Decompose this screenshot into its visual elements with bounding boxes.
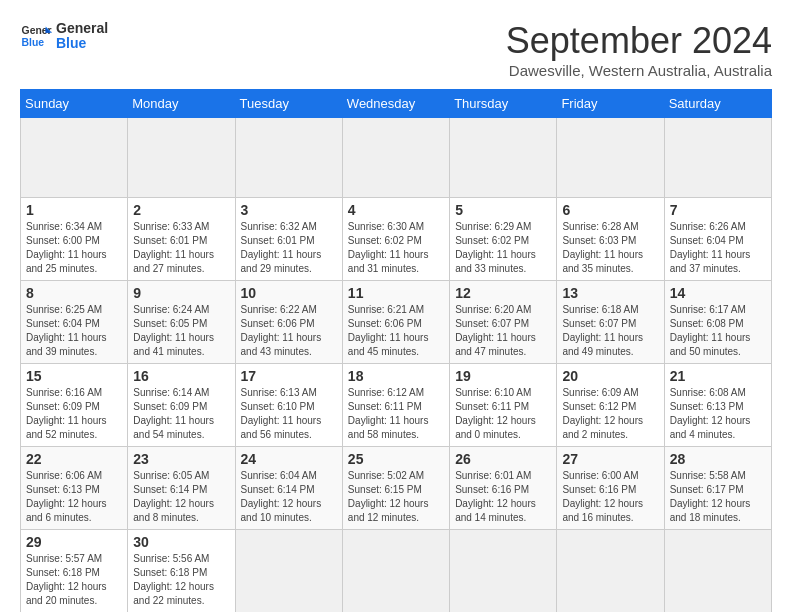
day-info: Sunrise: 6:08 AMSunset: 6:13 PMDaylight:… xyxy=(670,386,766,442)
logo-line1: General xyxy=(56,21,108,36)
day-info: Sunrise: 6:30 AMSunset: 6:02 PMDaylight:… xyxy=(348,220,444,276)
day-info: Sunrise: 6:16 AMSunset: 6:09 PMDaylight:… xyxy=(26,386,122,442)
calendar-cell xyxy=(342,118,449,198)
day-number: 12 xyxy=(455,285,551,301)
calendar-row: 22Sunrise: 6:06 AMSunset: 6:13 PMDayligh… xyxy=(21,447,772,530)
day-number: 17 xyxy=(241,368,337,384)
calendar-cell: 22Sunrise: 6:06 AMSunset: 6:13 PMDayligh… xyxy=(21,447,128,530)
calendar-cell: 13Sunrise: 6:18 AMSunset: 6:07 PMDayligh… xyxy=(557,281,664,364)
logo: General Blue General Blue xyxy=(20,20,108,52)
header-wednesday: Wednesday xyxy=(342,90,449,118)
header-row: Sunday Monday Tuesday Wednesday Thursday… xyxy=(21,90,772,118)
calendar-row: 15Sunrise: 6:16 AMSunset: 6:09 PMDayligh… xyxy=(21,364,772,447)
calendar-cell: 6Sunrise: 6:28 AMSunset: 6:03 PMDaylight… xyxy=(557,198,664,281)
day-number: 1 xyxy=(26,202,122,218)
day-info: Sunrise: 6:12 AMSunset: 6:11 PMDaylight:… xyxy=(348,386,444,442)
calendar-cell xyxy=(342,530,449,613)
day-number: 26 xyxy=(455,451,551,467)
calendar-cell: 11Sunrise: 6:21 AMSunset: 6:06 PMDayligh… xyxy=(342,281,449,364)
header-thursday: Thursday xyxy=(450,90,557,118)
calendar-cell: 2Sunrise: 6:33 AMSunset: 6:01 PMDaylight… xyxy=(128,198,235,281)
logo-icon: General Blue xyxy=(20,20,52,52)
calendar-row xyxy=(21,118,772,198)
calendar-cell xyxy=(557,118,664,198)
calendar-subtitle: Dawesville, Western Australia, Australia xyxy=(506,62,772,79)
day-number: 16 xyxy=(133,368,229,384)
day-info: Sunrise: 6:20 AMSunset: 6:07 PMDaylight:… xyxy=(455,303,551,359)
day-info: Sunrise: 6:00 AMSunset: 6:16 PMDaylight:… xyxy=(562,469,658,525)
day-number: 24 xyxy=(241,451,337,467)
day-info: Sunrise: 6:32 AMSunset: 6:01 PMDaylight:… xyxy=(241,220,337,276)
calendar-cell: 4Sunrise: 6:30 AMSunset: 6:02 PMDaylight… xyxy=(342,198,449,281)
day-number: 21 xyxy=(670,368,766,384)
calendar-cell: 9Sunrise: 6:24 AMSunset: 6:05 PMDaylight… xyxy=(128,281,235,364)
day-number: 7 xyxy=(670,202,766,218)
day-number: 11 xyxy=(348,285,444,301)
calendar-cell xyxy=(128,118,235,198)
svg-text:Blue: Blue xyxy=(22,37,45,48)
day-number: 10 xyxy=(241,285,337,301)
day-number: 9 xyxy=(133,285,229,301)
calendar-cell: 21Sunrise: 6:08 AMSunset: 6:13 PMDayligh… xyxy=(664,364,771,447)
calendar-cell: 15Sunrise: 6:16 AMSunset: 6:09 PMDayligh… xyxy=(21,364,128,447)
day-info: Sunrise: 6:13 AMSunset: 6:10 PMDaylight:… xyxy=(241,386,337,442)
calendar-cell: 17Sunrise: 6:13 AMSunset: 6:10 PMDayligh… xyxy=(235,364,342,447)
calendar-cell xyxy=(235,530,342,613)
calendar-cell: 1Sunrise: 6:34 AMSunset: 6:00 PMDaylight… xyxy=(21,198,128,281)
calendar-cell: 24Sunrise: 6:04 AMSunset: 6:14 PMDayligh… xyxy=(235,447,342,530)
day-number: 4 xyxy=(348,202,444,218)
header-saturday: Saturday xyxy=(664,90,771,118)
title-area: September 2024 Dawesville, Western Austr… xyxy=(506,20,772,79)
day-number: 18 xyxy=(348,368,444,384)
day-info: Sunrise: 6:01 AMSunset: 6:16 PMDaylight:… xyxy=(455,469,551,525)
day-info: Sunrise: 6:29 AMSunset: 6:02 PMDaylight:… xyxy=(455,220,551,276)
day-info: Sunrise: 6:14 AMSunset: 6:09 PMDaylight:… xyxy=(133,386,229,442)
calendar-cell xyxy=(21,118,128,198)
day-number: 15 xyxy=(26,368,122,384)
day-info: Sunrise: 5:57 AMSunset: 6:18 PMDaylight:… xyxy=(26,552,122,608)
calendar-cell: 18Sunrise: 6:12 AMSunset: 6:11 PMDayligh… xyxy=(342,364,449,447)
calendar-cell: 26Sunrise: 6:01 AMSunset: 6:16 PMDayligh… xyxy=(450,447,557,530)
day-number: 29 xyxy=(26,534,122,550)
day-info: Sunrise: 5:56 AMSunset: 6:18 PMDaylight:… xyxy=(133,552,229,608)
day-number: 2 xyxy=(133,202,229,218)
day-info: Sunrise: 5:58 AMSunset: 6:17 PMDaylight:… xyxy=(670,469,766,525)
day-number: 13 xyxy=(562,285,658,301)
calendar-row: 1Sunrise: 6:34 AMSunset: 6:00 PMDaylight… xyxy=(21,198,772,281)
calendar-row: 29Sunrise: 5:57 AMSunset: 6:18 PMDayligh… xyxy=(21,530,772,613)
calendar-cell: 8Sunrise: 6:25 AMSunset: 6:04 PMDaylight… xyxy=(21,281,128,364)
day-number: 20 xyxy=(562,368,658,384)
day-info: Sunrise: 6:17 AMSunset: 6:08 PMDaylight:… xyxy=(670,303,766,359)
day-number: 19 xyxy=(455,368,551,384)
day-number: 8 xyxy=(26,285,122,301)
day-info: Sunrise: 6:34 AMSunset: 6:00 PMDaylight:… xyxy=(26,220,122,276)
calendar-cell xyxy=(450,118,557,198)
calendar-cell: 27Sunrise: 6:00 AMSunset: 6:16 PMDayligh… xyxy=(557,447,664,530)
calendar-cell: 5Sunrise: 6:29 AMSunset: 6:02 PMDaylight… xyxy=(450,198,557,281)
calendar-cell xyxy=(557,530,664,613)
calendar-cell: 23Sunrise: 6:05 AMSunset: 6:14 PMDayligh… xyxy=(128,447,235,530)
calendar-cell: 14Sunrise: 6:17 AMSunset: 6:08 PMDayligh… xyxy=(664,281,771,364)
calendar-title: September 2024 xyxy=(506,20,772,62)
calendar-cell: 16Sunrise: 6:14 AMSunset: 6:09 PMDayligh… xyxy=(128,364,235,447)
calendar-cell: 29Sunrise: 5:57 AMSunset: 6:18 PMDayligh… xyxy=(21,530,128,613)
calendar-row: 8Sunrise: 6:25 AMSunset: 6:04 PMDaylight… xyxy=(21,281,772,364)
day-number: 30 xyxy=(133,534,229,550)
calendar-cell xyxy=(664,530,771,613)
header-friday: Friday xyxy=(557,90,664,118)
calendar-cell: 10Sunrise: 6:22 AMSunset: 6:06 PMDayligh… xyxy=(235,281,342,364)
header-sunday: Sunday xyxy=(21,90,128,118)
calendar-cell: 20Sunrise: 6:09 AMSunset: 6:12 PMDayligh… xyxy=(557,364,664,447)
day-info: Sunrise: 5:02 AMSunset: 6:15 PMDaylight:… xyxy=(348,469,444,525)
day-number: 3 xyxy=(241,202,337,218)
day-info: Sunrise: 6:28 AMSunset: 6:03 PMDaylight:… xyxy=(562,220,658,276)
calendar-cell xyxy=(450,530,557,613)
day-info: Sunrise: 6:24 AMSunset: 6:05 PMDaylight:… xyxy=(133,303,229,359)
day-number: 6 xyxy=(562,202,658,218)
day-info: Sunrise: 6:26 AMSunset: 6:04 PMDaylight:… xyxy=(670,220,766,276)
calendar-cell: 30Sunrise: 5:56 AMSunset: 6:18 PMDayligh… xyxy=(128,530,235,613)
calendar-table: Sunday Monday Tuesday Wednesday Thursday… xyxy=(20,89,772,612)
calendar-cell: 12Sunrise: 6:20 AMSunset: 6:07 PMDayligh… xyxy=(450,281,557,364)
header-tuesday: Tuesday xyxy=(235,90,342,118)
day-number: 25 xyxy=(348,451,444,467)
